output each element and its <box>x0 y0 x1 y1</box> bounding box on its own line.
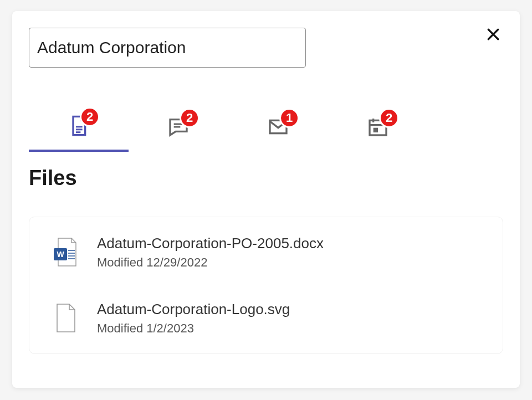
tab-mail[interactable]: 1 <box>228 102 328 152</box>
close-icon <box>485 26 502 45</box>
generic-file-icon <box>52 303 78 334</box>
list-item[interactable]: Adatum-Corporation-Logo.svg Modified 1/2… <box>29 293 503 343</box>
svg-rect-2 <box>374 128 378 132</box>
file-meta: Adatum-Corporation-Logo.svg Modified 1/2… <box>97 301 290 336</box>
file-meta: Adatum-Corporation-PO-2005.docx Modified… <box>97 235 324 270</box>
svg-text:W: W <box>57 250 64 259</box>
chat-icon: 2 <box>167 116 190 138</box>
word-file-icon: W <box>52 237 78 268</box>
file-icon: 2 <box>68 115 90 137</box>
file-name: Adatum-Corporation-PO-2005.docx <box>97 235 324 252</box>
mail-icon: 1 <box>267 116 289 138</box>
tab-calendar[interactable]: 2 <box>328 102 428 152</box>
search-input[interactable] <box>29 28 306 68</box>
results-list: W Adatum-Corporation-PO-2005.docx Modifi… <box>29 217 503 354</box>
badge-chats: 2 <box>180 108 200 128</box>
tabs: 2 2 1 2 <box>29 102 503 152</box>
tab-files[interactable]: 2 <box>29 102 129 152</box>
section-title: Files <box>29 166 503 190</box>
badge-mail: 1 <box>279 108 299 128</box>
file-modified: Modified 1/2/2023 <box>97 321 290 336</box>
badge-calendar: 2 <box>379 108 399 128</box>
badge-files: 2 <box>80 107 100 127</box>
file-name: Adatum-Corporation-Logo.svg <box>97 301 290 318</box>
file-modified: Modified 12/29/2022 <box>97 255 324 270</box>
close-button[interactable] <box>483 25 503 45</box>
calendar-icon: 2 <box>367 116 389 138</box>
tab-chats[interactable]: 2 <box>129 102 228 152</box>
list-item[interactable]: W Adatum-Corporation-PO-2005.docx Modifi… <box>29 227 503 278</box>
search-results-panel: 2 2 1 2 Files <box>12 11 520 388</box>
